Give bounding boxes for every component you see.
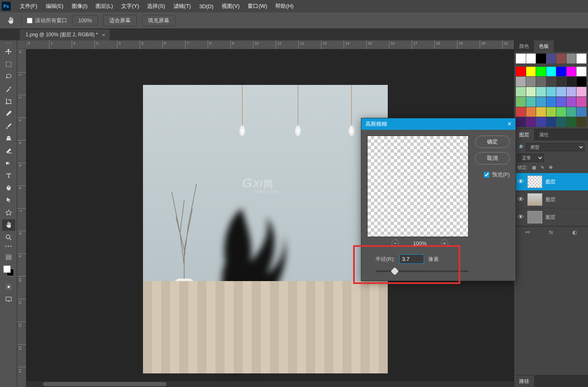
color-swatch[interactable] [567, 77, 576, 87]
scroll-all-windows-checkbox[interactable]: 滚动所有窗口 [27, 17, 67, 24]
layer-item[interactable]: 👁 图层 [514, 173, 588, 191]
visibility-toggle-icon[interactable]: 👁 [518, 213, 524, 221]
foreground-color-swatch[interactable] [3, 265, 11, 273]
edit-toolbar[interactable] [2, 251, 15, 263]
color-swatch[interactable] [536, 87, 546, 97]
type-tool[interactable] [2, 170, 15, 181]
scrollbar-thumb[interactable] [43, 382, 166, 386]
path-select-tool[interactable] [2, 195, 15, 206]
color-swatch[interactable] [536, 54, 546, 63]
color-swatch[interactable] [526, 107, 536, 117]
color-swatch[interactable] [546, 67, 556, 77]
shape-tool[interactable] [2, 207, 15, 218]
dialog-titlebar[interactable]: 高斯模糊 × [361, 118, 515, 130]
color-swatch[interactable] [567, 54, 576, 63]
layer-mask-icon[interactable]: ◐ [572, 229, 577, 235]
color-swatch[interactable] [576, 77, 586, 87]
layer-name-label[interactable]: 图层 [546, 214, 555, 221]
color-swatch[interactable] [516, 117, 526, 127]
color-swatch[interactable] [576, 97, 586, 107]
blend-mode-select[interactable]: 正常 [518, 154, 544, 162]
color-swatch[interactable] [516, 54, 526, 63]
color-swatch[interactable] [526, 97, 536, 107]
radius-slider[interactable] [375, 270, 469, 272]
color-swatch[interactable] [567, 117, 576, 127]
lock-pixels-icon[interactable]: ▦ [531, 165, 537, 171]
lock-move-icon[interactable]: ✥ [548, 165, 553, 171]
color-swatch[interactable] [556, 117, 566, 127]
preview-checkbox[interactable]: 预览(P) [484, 171, 510, 178]
preview-checkbox-input[interactable] [484, 172, 490, 178]
layer-item[interactable]: 👁 图层 [514, 191, 588, 209]
move-tool[interactable] [2, 46, 15, 58]
menu-view[interactable]: 视图(V) [218, 0, 244, 12]
foreground-background-colors[interactable] [3, 265, 14, 276]
color-swatch[interactable] [556, 67, 566, 77]
zoom-level[interactable]: 100% [72, 15, 98, 26]
color-swatch[interactable] [556, 97, 566, 107]
color-swatch[interactable] [576, 117, 586, 127]
zoom-tool[interactable] [2, 232, 15, 243]
color-swatch[interactable] [536, 107, 546, 117]
menu-file[interactable]: 文件(F) [16, 0, 42, 12]
color-swatch[interactable] [526, 77, 536, 87]
slider-thumb[interactable] [391, 267, 399, 275]
search-icon[interactable]: 🔎 [518, 145, 523, 150]
color-swatch[interactable] [526, 67, 536, 77]
color-swatch[interactable] [576, 107, 586, 117]
color-swatch[interactable] [516, 67, 526, 77]
color-swatch[interactable] [576, 54, 586, 63]
color-tab[interactable]: 颜色 [514, 40, 534, 52]
gradient-tool[interactable] [2, 157, 15, 169]
color-swatch[interactable] [546, 97, 556, 107]
color-swatch[interactable] [526, 117, 536, 127]
paths-tab[interactable]: 路径 [514, 375, 534, 387]
lasso-tool[interactable] [2, 71, 15, 82]
visibility-toggle-icon[interactable]: 👁 [518, 178, 524, 185]
color-swatch[interactable] [567, 107, 576, 117]
color-swatch[interactable] [536, 117, 546, 127]
menu-type[interactable]: 文字(Y) [117, 0, 143, 12]
screenmode-tool[interactable] [2, 293, 15, 305]
color-swatch[interactable] [546, 87, 556, 97]
layer-filter-kind[interactable]: 类型 [526, 143, 585, 151]
horizontal-scrollbar[interactable] [26, 381, 514, 387]
color-swatch[interactable] [526, 54, 536, 63]
layer-item[interactable]: 👁 图层 [514, 209, 588, 226]
color-swatch[interactable] [546, 117, 556, 127]
eyedropper-tool[interactable] [2, 108, 15, 120]
cancel-button[interactable]: 取消 [475, 152, 510, 164]
quickmask-tool[interactable] [2, 281, 15, 293]
marquee-tool[interactable] [2, 59, 15, 70]
visibility-toggle-icon[interactable]: 👁 [518, 196, 524, 203]
color-swatch[interactable] [576, 67, 586, 77]
scroll-all-checkbox-input[interactable] [27, 18, 33, 23]
layers-tab[interactable]: 图层 [514, 129, 534, 141]
crop-tool[interactable] [2, 96, 15, 107]
color-swatch[interactable] [536, 77, 546, 87]
color-swatch[interactable] [567, 87, 576, 97]
radius-input[interactable] [399, 254, 424, 264]
fill-screen-button[interactable]: 填充屏幕 [142, 15, 176, 26]
vertical-ruler[interactable]: 01234567891011121314 [17, 49, 26, 387]
color-swatch[interactable] [516, 97, 526, 107]
color-swatch[interactable] [526, 87, 536, 97]
color-swatch[interactable] [516, 77, 526, 87]
ruler-origin[interactable] [17, 40, 26, 49]
zoom-in-icon[interactable]: + [441, 239, 448, 247]
menu-3d[interactable]: 3D(D) [195, 0, 218, 12]
hand-tool[interactable] [2, 219, 15, 231]
menu-edit[interactable]: 编辑(E) [42, 0, 68, 12]
menu-select[interactable]: 选择(S) [143, 0, 169, 12]
tool-overflow[interactable] [3, 246, 14, 249]
color-swatch[interactable] [567, 97, 576, 107]
lock-brush-icon[interactable]: ✎ [539, 165, 545, 171]
horizontal-ruler[interactable]: 0123456789101112131415161718192021222324… [26, 40, 514, 49]
properties-tab[interactable]: 属性 [534, 129, 554, 141]
color-swatch[interactable] [536, 67, 546, 77]
brush-tool[interactable] [2, 120, 15, 132]
layer-fx-icon[interactable]: fx [549, 229, 553, 235]
layer-name-label[interactable]: 图层 [546, 196, 555, 203]
hand-tool-icon[interactable] [5, 15, 16, 26]
fit-screen-button[interactable]: 适合屏幕 [103, 15, 137, 26]
